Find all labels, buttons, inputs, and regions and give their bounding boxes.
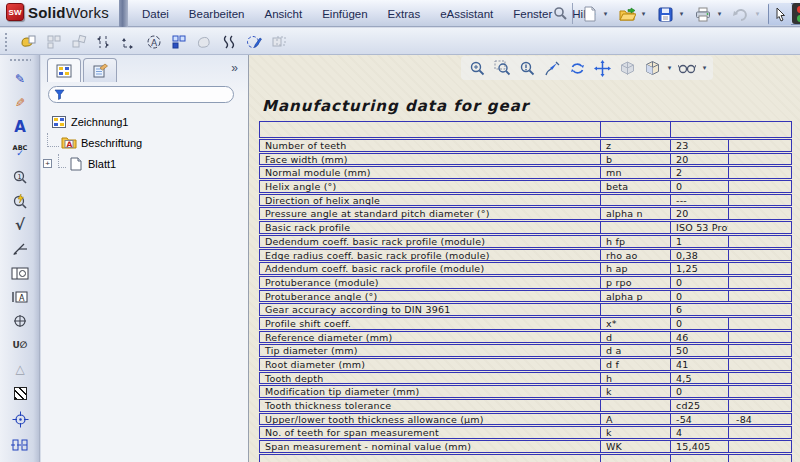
table-cell-value2[interactable] (728, 181, 791, 192)
table-cell-value[interactable]: 23 (670, 140, 728, 151)
save-button[interactable] (654, 3, 676, 25)
panel-expand-chevron[interactable]: » (231, 61, 238, 75)
new-document-button[interactable] (578, 3, 600, 25)
break-view-button[interactable] (216, 30, 241, 53)
table-cell-parameter[interactable]: Reference diameter (mm) (260, 332, 600, 343)
geometric-tolerance-button[interactable] (7, 262, 33, 284)
balloon-note-button[interactable]: ✎ (7, 92, 33, 114)
table-cell-value2[interactable] (728, 167, 791, 178)
table-cell-symbol[interactable] (600, 122, 670, 137)
table-cell-symbol[interactable]: rho ao (600, 250, 670, 261)
print-button[interactable] (692, 3, 714, 25)
table-cell-value[interactable]: 0 (670, 318, 728, 329)
table-cell-value2[interactable] (728, 140, 791, 151)
section-view-button[interactable] (91, 30, 116, 53)
select-tool-button[interactable] (769, 3, 791, 25)
table-row[interactable] (259, 121, 792, 138)
table-cell-value2[interactable] (728, 122, 791, 137)
table-row[interactable]: Protuberance angle (°) alpha p 0 (259, 290, 792, 303)
table-cell-symbol[interactable]: d f (600, 359, 670, 370)
previous-view-button[interactable] (540, 57, 564, 79)
tree-filter[interactable] (48, 86, 234, 103)
3d-drawing-view-button[interactable] (615, 57, 639, 79)
table-cell-value[interactable]: 0 (670, 291, 728, 302)
datum-feature-button[interactable]: A (7, 286, 33, 308)
tree-filter-input[interactable] (69, 89, 219, 100)
table-cell-symbol[interactable]: d (600, 332, 670, 343)
table-row[interactable]: Dedendum coeff. basic rack profile (modu… (259, 235, 792, 248)
table-cell-value2[interactable] (728, 359, 791, 370)
standard-3-view-button[interactable] (166, 30, 191, 53)
table-cell-parameter[interactable]: Protuberance (module) (260, 277, 600, 288)
print-dropdown[interactable]: ▾ (714, 3, 725, 25)
table-row[interactable]: Addendum coeff. basic rack profile (modu… (259, 262, 792, 275)
table-cell-parameter[interactable]: Profile shift coeff. (260, 318, 600, 329)
table-cell-value[interactable]: --- (670, 195, 728, 206)
table-row[interactable]: Tooth thickness tolerance cd25 (259, 399, 792, 412)
table-cell-symbol[interactable]: d a (600, 345, 670, 356)
table-row[interactable]: Tip diameter (mm) d a 50 (259, 344, 792, 357)
hole-callout-button[interactable]: U∅ (7, 334, 33, 356)
center-mark-button[interactable] (7, 408, 33, 430)
table-title[interactable]: Manufacturing data for gear (262, 97, 529, 115)
datum-target-button[interactable] (7, 310, 33, 332)
table-cell-value2[interactable] (728, 386, 791, 397)
table-cell-value2[interactable] (728, 373, 791, 384)
table-cell-value2[interactable] (728, 441, 791, 452)
table-cell-value[interactable]: 0 (670, 386, 728, 397)
table-cell-symbol[interactable]: k (600, 386, 670, 397)
table-cell-symbol[interactable] (600, 400, 670, 411)
table-cell-value2[interactable] (728, 291, 791, 302)
table-cell-value[interactable]: 4 (670, 427, 728, 438)
zoom-in-out-button[interactable] (515, 57, 539, 79)
table-cell-symbol[interactable]: mn (600, 167, 670, 178)
table-cell-value[interactable]: 46 (670, 332, 728, 343)
tree-item-zeichnung1[interactable]: Zeichnung1 (41, 111, 248, 132)
table-cell-symbol[interactable] (600, 222, 670, 233)
table-cell-parameter[interactable]: Direction of helix angle (260, 195, 600, 206)
revision-symbol-button[interactable]: △ (7, 358, 33, 380)
tree-item-blatt1[interactable]: + Blatt1 (41, 153, 248, 174)
table-row[interactable]: Pressure angle at standard pitch diamete… (259, 207, 792, 220)
undo-dropdown[interactable]: ▾ (752, 3, 763, 25)
table-row[interactable]: No. of teeth for span measurement k 4 (259, 426, 792, 439)
table-cell-parameter[interactable]: No. of teeth for span measurement (260, 427, 600, 438)
table-cell-value2[interactable] (728, 208, 791, 219)
display-style-button[interactable] (675, 57, 699, 79)
menu-item[interactable]: Datei (132, 4, 179, 24)
zoom-to-fit-button[interactable] (465, 57, 489, 79)
table-row[interactable]: Direction of helix angle --- (259, 194, 792, 207)
table-row[interactable]: Tooth depth h 4,5 (259, 372, 792, 385)
note-button[interactable]: ✎ (7, 68, 33, 90)
detail-view-button[interactable]: A (141, 30, 166, 53)
table-cell-value2[interactable] (728, 455, 791, 462)
table-cell-symbol[interactable]: WK (600, 441, 670, 452)
table-cell-value[interactable]: 50 (670, 345, 728, 356)
auxiliary-view-button[interactable] (66, 30, 91, 53)
table-cell-parameter[interactable] (260, 122, 600, 137)
table-row[interactable]: Helix angle (°) beta 0 (259, 180, 792, 193)
table-row[interactable]: Basic rack profile ISO 53 Profile A (259, 221, 792, 234)
table-cell-value[interactable]: 20 (670, 154, 728, 165)
table-cell-parameter[interactable]: Basic rack profile (260, 222, 600, 233)
table-row[interactable]: Normal module (mm) mn 2 (259, 166, 792, 179)
tab-property-manager[interactable] (83, 58, 117, 82)
table-cell-parameter[interactable]: Modification tip diameter (mm) (260, 386, 600, 397)
table-row[interactable]: Upper/lower tooth thickness allowance (µ… (259, 413, 792, 426)
table-cell-parameter[interactable]: Edge radius coeff. basic rack profile (m… (260, 250, 600, 261)
table-row[interactable]: Gear accuracy according to DIN 3961 6 (259, 303, 792, 316)
search-icon[interactable] (550, 4, 570, 23)
save-dropdown[interactable]: ▾ (676, 3, 687, 25)
table-cell-symbol[interactable]: alpha n (600, 208, 670, 219)
table-cell-symbol[interactable]: h fp (600, 236, 670, 247)
table-cell-symbol[interactable]: A (600, 414, 670, 425)
table-cell-value2[interactable] (728, 236, 791, 247)
table-cell-parameter[interactable]: Protuberance angle (°) (260, 291, 600, 302)
model-view-button[interactable] (16, 30, 41, 53)
table-cell-parameter[interactable]: Upper/lower tooth thickness allowance (µ… (260, 414, 600, 425)
pan-button[interactable] (590, 57, 614, 79)
table-cell-parameter[interactable]: Normal module (mm) (260, 167, 600, 178)
weld-symbol-button[interactable] (7, 238, 33, 260)
table-cell-value[interactable]: 4,5 (670, 373, 728, 384)
table-cell-parameter[interactable] (260, 455, 600, 462)
